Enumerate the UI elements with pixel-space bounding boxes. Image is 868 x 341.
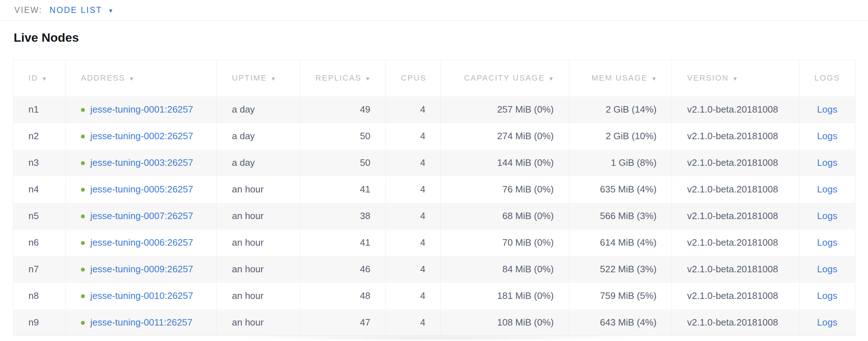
cpus-cell: 4	[386, 96, 441, 123]
logs-cell: Logs	[799, 283, 855, 309]
sort-caret-icon: ▼	[365, 76, 370, 82]
column-header-capacity[interactable]: CAPACITY USAGE▼	[441, 60, 569, 96]
column-header-uptime[interactable]: UPTIME▼	[217, 60, 300, 96]
cpus-cell: 4	[386, 176, 441, 203]
id-cell: n8	[13, 283, 66, 309]
address-link[interactable]: jesse-tuning-0010:26257	[90, 290, 193, 301]
view-bar: VIEW: NODE LIST ▼	[0, 0, 868, 21]
id-cell: n7	[13, 256, 66, 283]
mem-cell: 2 GiB (10%)	[569, 123, 672, 150]
caret-down-icon: ▼	[108, 8, 114, 14]
sort-caret-icon: ▼	[732, 76, 738, 82]
address-link[interactable]: jesse-tuning-0001:26257	[90, 104, 193, 115]
capacity-cell: 181 MiB (0%)	[441, 283, 569, 309]
logs-link[interactable]: Logs	[817, 317, 837, 328]
address-link[interactable]: jesse-tuning-0003:26257	[90, 157, 193, 168]
sort-caret-icon: ▼	[548, 76, 554, 82]
column-header-mem[interactable]: MEM USAGE▼	[569, 60, 672, 96]
table-row: n6jesse-tuning-0006:26257an hour41470 Mi…	[13, 229, 855, 256]
live-nodes-table: ID▼ADDRESS▼UPTIME▼REPLICAS▼CPUSCAPACITY …	[13, 60, 855, 336]
replicas-cell: 50	[300, 123, 386, 150]
cpus-cell: 4	[386, 150, 441, 176]
logs-link[interactable]: Logs	[817, 184, 837, 195]
view-selector[interactable]: NODE LIST ▼	[50, 5, 114, 15]
address-cell: jesse-tuning-0001:26257	[66, 96, 217, 123]
column-header-label: REPLICAS	[315, 73, 361, 82]
logs-cell: Logs	[799, 309, 855, 336]
table-row: n4jesse-tuning-0005:26257an hour41476 Mi…	[13, 176, 855, 203]
node-status-icon	[81, 214, 85, 218]
uptime-cell: a day	[217, 96, 300, 123]
capacity-cell: 84 MiB (0%)	[441, 256, 569, 283]
id-cell: n4	[13, 176, 66, 203]
logs-link[interactable]: Logs	[817, 131, 837, 141]
address-link[interactable]: jesse-tuning-0009:26257	[90, 264, 193, 274]
node-status-icon	[81, 268, 85, 272]
column-header-label: MEM USAGE	[591, 73, 648, 82]
logs-link[interactable]: Logs	[817, 104, 837, 115]
version-cell: v2.1.0-beta.20181008	[672, 123, 799, 150]
replicas-cell: 38	[300, 203, 386, 229]
address-cell: jesse-tuning-0002:26257	[66, 123, 217, 150]
replicas-cell: 49	[300, 96, 386, 123]
id-cell: n6	[13, 229, 66, 256]
version-cell: v2.1.0-beta.20181008	[672, 96, 799, 123]
column-header-replicas[interactable]: REPLICAS▼	[300, 60, 386, 96]
logs-link[interactable]: Logs	[817, 210, 837, 221]
logs-link[interactable]: Logs	[817, 237, 837, 248]
address-link[interactable]: jesse-tuning-0011:26257	[90, 317, 192, 328]
version-cell: v2.1.0-beta.20181008	[672, 256, 799, 283]
cpus-cell: 4	[386, 309, 441, 336]
column-header-id[interactable]: ID▼	[13, 60, 66, 96]
logs-cell: Logs	[799, 96, 855, 123]
logs-cell: Logs	[799, 229, 855, 256]
id-cell: n9	[13, 309, 66, 336]
uptime-cell: an hour	[217, 176, 300, 203]
sort-caret-icon: ▼	[651, 76, 657, 82]
address-link[interactable]: jesse-tuning-0005:26257	[90, 184, 193, 195]
node-status-icon	[81, 161, 85, 165]
id-cell: n2	[13, 123, 66, 150]
address-cell: jesse-tuning-0010:26257	[66, 283, 217, 309]
id-cell: n1	[13, 96, 66, 123]
id-cell: n3	[13, 150, 66, 176]
table-header-row: ID▼ADDRESS▼UPTIME▼REPLICAS▼CPUSCAPACITY …	[13, 60, 855, 96]
cpus-cell: 4	[386, 123, 441, 150]
sort-caret-icon: ▼	[271, 76, 276, 82]
logs-link[interactable]: Logs	[817, 157, 837, 168]
column-header-label: CAPACITY USAGE	[464, 73, 545, 82]
uptime-cell: an hour	[217, 229, 300, 256]
table-row: n7jesse-tuning-0009:26257an hour46484 Mi…	[13, 256, 855, 283]
version-cell: v2.1.0-beta.20181008	[672, 229, 799, 256]
column-header-version[interactable]: VERSION▼	[672, 60, 799, 96]
column-header-label: UPTIME	[232, 73, 267, 82]
table-row: n8jesse-tuning-0010:26257an hour484181 M…	[13, 283, 855, 309]
address-link[interactable]: jesse-tuning-0007:26257	[90, 210, 193, 221]
column-header-label: VERSION	[687, 73, 729, 82]
uptime-cell: an hour	[217, 203, 300, 229]
logs-cell: Logs	[799, 203, 855, 229]
page-title: Live Nodes	[14, 30, 868, 45]
address-link[interactable]: jesse-tuning-0002:26257	[90, 131, 193, 141]
mem-cell: 522 MiB (3%)	[569, 256, 672, 283]
node-status-icon	[81, 135, 85, 138]
logs-cell: Logs	[799, 123, 855, 150]
table-row: n5jesse-tuning-0007:26257an hour38468 Mi…	[13, 203, 855, 229]
logs-link[interactable]: Logs	[817, 264, 837, 274]
version-cell: v2.1.0-beta.20181008	[672, 176, 799, 203]
address-cell: jesse-tuning-0006:26257	[66, 229, 217, 256]
logs-link[interactable]: Logs	[817, 290, 837, 301]
capacity-cell: 257 MiB (0%)	[441, 96, 569, 123]
capacity-cell: 108 MiB (0%)	[441, 309, 569, 336]
sort-caret-icon: ▼	[42, 76, 47, 82]
mem-cell: 643 MiB (4%)	[569, 309, 672, 336]
column-header-cpus: CPUS	[386, 60, 441, 96]
view-selected-value: NODE LIST	[50, 5, 102, 15]
column-header-address[interactable]: ADDRESS▼	[66, 60, 217, 96]
replicas-cell: 50	[300, 150, 386, 176]
cpus-cell: 4	[386, 203, 441, 229]
capacity-cell: 68 MiB (0%)	[441, 203, 569, 229]
address-link[interactable]: jesse-tuning-0006:26257	[90, 237, 193, 248]
version-cell: v2.1.0-beta.20181008	[672, 203, 799, 229]
replicas-cell: 46	[300, 256, 386, 283]
